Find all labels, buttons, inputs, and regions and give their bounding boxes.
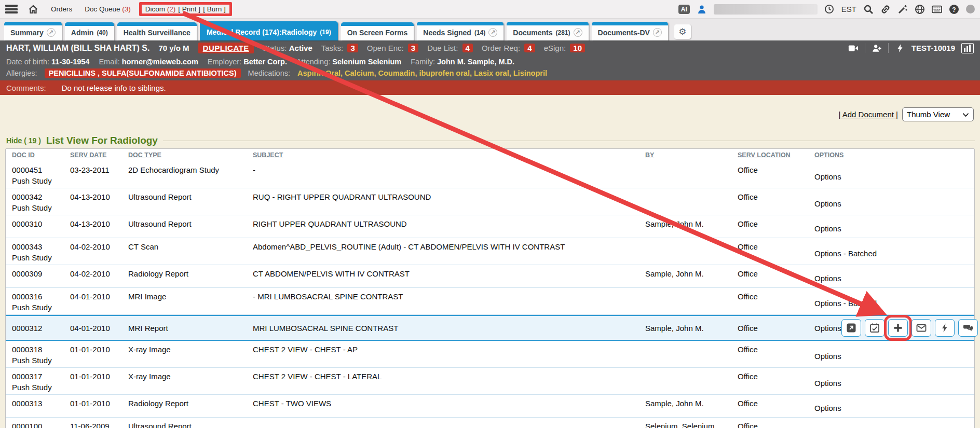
user-icon[interactable] — [697, 4, 707, 15]
video-camera-icon[interactable] — [848, 43, 859, 53]
order-req-count[interactable]: 4 — [524, 44, 535, 52]
view-mode-select[interactable]: Thumb View — [902, 107, 974, 121]
column-header-doc-type[interactable]: DOC TYPE — [128, 151, 253, 161]
tab-documents-dv[interactable]: Documents-DV — [592, 22, 668, 40]
lightning-icon — [940, 323, 950, 333]
table-row[interactable]: 0000451Push Study03-23-20112D Echocardio… — [6, 161, 974, 188]
tab-label: Health Surveillance — [124, 29, 190, 37]
mail-button[interactable] — [911, 319, 931, 337]
push-study-label[interactable]: Push Study — [12, 383, 70, 392]
tab-settings-gear-icon[interactable] — [674, 24, 691, 39]
menu-dicom[interactable]: Dicom (2) — [145, 5, 176, 13]
push-study-label[interactable]: Push Study — [12, 253, 70, 262]
tab-summary[interactable]: Summary — [4, 22, 62, 40]
by-cell: Sample, John M. — [645, 219, 738, 228]
push-study-label[interactable]: Push Study — [12, 303, 70, 312]
options-link[interactable]: Options — [814, 404, 841, 412]
wand-icon[interactable] — [897, 4, 908, 15]
column-header-serv-date[interactable]: SERV DATE — [70, 151, 128, 161]
tab-admin[interactable]: Admin(40) — [65, 22, 114, 40]
table-row[interactable]: 000031301-01-2010Radiology ReportCHEST -… — [6, 395, 974, 418]
keyboard-icon[interactable] — [932, 4, 942, 15]
options-link[interactable]: Options — [814, 199, 841, 208]
tasks-count[interactable]: 3 — [347, 44, 358, 52]
options-link[interactable]: Options - Batched — [814, 299, 877, 308]
lightning-button[interactable] — [935, 319, 955, 337]
table-row[interactable]: 0000343Push Study04-02-2010CT ScanAbdome… — [6, 238, 974, 265]
options-link[interactable]: Options — [814, 274, 841, 283]
hide-list-link[interactable]: Hide ( 19 ) — [6, 136, 41, 145]
push-study-label[interactable]: Push Study — [12, 356, 70, 365]
column-header-serv-location[interactable]: SERV LOCATION — [738, 151, 814, 161]
popout-icon[interactable] — [653, 28, 662, 37]
status-dot-icon[interactable] — [966, 5, 975, 13]
tab-needs-signed[interactable]: Needs Signed(14) — [417, 22, 503, 40]
table-row[interactable]: 0000318Push Study01-01-2010X-ray ImageCH… — [6, 341, 974, 368]
tab-body: Admin(40) — [65, 26, 114, 40]
allergies-value[interactable]: PENICILLINS , SULFA(SULFONAMIDE ANTIBIOT… — [45, 68, 241, 78]
menu-orders[interactable]: Orders — [51, 5, 72, 13]
table-row[interactable]: 000031204-01-2010MRI ReportMRI LUMBOSACR… — [6, 315, 974, 341]
hamburger-menu-icon[interactable] — [5, 5, 18, 13]
help-icon[interactable]: ? — [949, 4, 959, 15]
options-cell: Options — [814, 404, 969, 412]
table-row[interactable]: 000031004-13-2010Ultrasound ReportRIGHT … — [6, 215, 974, 238]
table-row[interactable]: 000030904-02-2010Radiology ReportCT ABDO… — [6, 265, 974, 288]
column-header-by[interactable]: BY — [645, 151, 738, 161]
push-study-label[interactable]: Push Study — [12, 203, 70, 212]
menu-burn[interactable]: [ Burn ] — [203, 5, 226, 13]
open-document-button[interactable] — [841, 319, 861, 337]
serv-location-cell: Office — [738, 165, 814, 174]
push-study-label[interactable]: Push Study — [12, 176, 70, 185]
duplicate-badge[interactable]: DUPLICATE — [198, 43, 254, 53]
search-icon[interactable] — [863, 4, 874, 15]
due-list-count[interactable]: 4 — [462, 44, 473, 52]
tab-body: Summary — [4, 25, 62, 40]
encounter-bolt-icon[interactable] — [895, 43, 905, 53]
popout-icon[interactable] — [574, 28, 582, 37]
column-header-subject[interactable]: SUBJECT — [253, 151, 645, 161]
chat-button[interactable] — [958, 319, 978, 337]
tab-on-screen-forms[interactable]: On Screen Forms — [341, 22, 414, 40]
globe-icon[interactable] — [915, 4, 925, 15]
clock-icon[interactable] — [824, 4, 835, 15]
calendar-check-icon — [869, 323, 880, 333]
tab-documents[interactable]: Documents(281) — [507, 22, 588, 40]
ai-badge[interactable]: AI — [678, 5, 690, 14]
table-row[interactable]: 000010011-06-2009Ultrasound ReportSeleni… — [6, 418, 974, 428]
options-link[interactable]: Options — [814, 379, 841, 388]
doc-type-cell: MRI Report — [128, 324, 253, 333]
options-link[interactable]: Options — [814, 172, 841, 181]
table-row[interactable]: 0000317Push Study01-01-2010X-ray ImageCH… — [6, 368, 974, 395]
options-link[interactable]: Options - Batched — [814, 249, 877, 258]
medications-value[interactable]: Aspirin Oral, Calcium, Coumadin, ibuprof… — [297, 69, 547, 77]
options-link[interactable]: Options — [814, 352, 841, 361]
tab-health-surveillance[interactable]: Health Surveillance — [117, 22, 197, 40]
tab-medical-record-174-radiology[interactable]: Medical Record (174):Radiology(19) — [200, 21, 338, 40]
link-icon[interactable] — [880, 4, 891, 15]
table-row[interactable]: 0000342Push Study04-13-2010Ultrasound Re… — [6, 188, 974, 215]
svg-text:?: ? — [952, 6, 956, 13]
popout-icon[interactable] — [47, 28, 56, 37]
open-enc-count[interactable]: 3 — [408, 44, 418, 52]
serv-location-cell: Office — [738, 192, 814, 201]
options-link[interactable]: Options — [814, 324, 841, 333]
home-icon[interactable] — [28, 4, 38, 15]
column-header-doc-id[interactable]: DOC ID — [12, 151, 70, 161]
column-header-options[interactable]: OPTIONS — [814, 151, 969, 161]
quick-search-input[interactable] — [714, 4, 818, 15]
add-document-link[interactable]: | Add Document | — [838, 110, 898, 119]
options-link[interactable]: Options — [814, 224, 841, 233]
menu-doc-queue[interactable]: Doc Queue (3) — [85, 5, 131, 13]
add-button[interactable] — [888, 319, 908, 337]
menu-print[interactable]: [ Print ] — [178, 5, 200, 13]
table-row[interactable]: 0000316Push Study04-01-2010MRI Image- MR… — [6, 288, 974, 315]
serv-date-cell: 01-01-2010 — [70, 372, 128, 381]
tab-count: (281) — [556, 29, 570, 36]
add-person-icon[interactable] — [872, 43, 882, 53]
popout-icon[interactable] — [488, 28, 497, 37]
doc-type-cell: Ultrasound Report — [128, 422, 253, 428]
esign-count[interactable]: 10 — [570, 44, 585, 52]
flowsheet-chart-icon[interactable] — [961, 43, 974, 53]
calendar-check-button[interactable] — [865, 319, 884, 337]
